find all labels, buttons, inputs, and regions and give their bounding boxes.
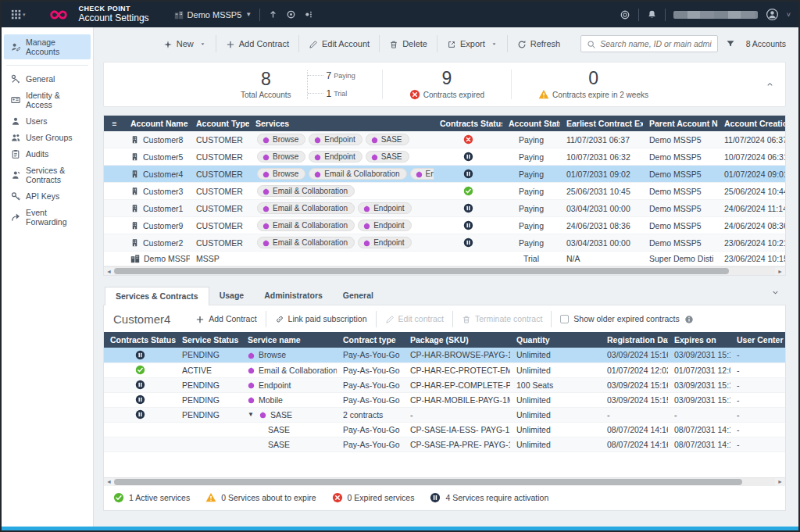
sidebar-item-user-groups[interactable]: User Groups [4, 130, 91, 145]
expires-on-cell: 03/09/2031 15:16 [668, 348, 730, 362]
sidebar-item-label: User Groups [26, 133, 73, 142]
sidebar-item-api-keys[interactable]: API Keys [4, 188, 91, 204]
tab-services-contracts[interactable]: Services & Contracts [105, 287, 209, 305]
filter-icon[interactable] [726, 39, 735, 48]
column-header-service-status[interactable]: Service Status [176, 332, 241, 348]
tab-administrators[interactable]: Administrators [254, 287, 333, 305]
refresh-button[interactable]: Refresh [507, 35, 570, 52]
expand-caret-icon[interactable]: ▼ [248, 411, 254, 418]
column-header-account-type[interactable]: Account Type [190, 116, 249, 131]
user-menu-caret-icon[interactable]: ˅ [787, 11, 791, 19]
parent-account-cell: Demo MSSP5 [643, 183, 718, 200]
legend-text: 0 Services about to expire [221, 493, 316, 502]
account-row-customer3[interactable]: Customer3CUSTOMEREmail & CollaborationPa… [104, 183, 785, 200]
column-header-contracts-status[interactable]: Contracts Status [434, 116, 502, 131]
contract-row-email-collaboration[interactable]: ACTIVEEmail & CollaborationPay-As-You-Go… [104, 362, 785, 377]
scroll-left-arrow-icon[interactable]: ◄ [104, 267, 114, 276]
show-older-expired-contracts-checkbox[interactable] [560, 315, 569, 323]
contract-row-mobile[interactable]: PENDINGMobilePay-As-You-GoCP-HAR-MOBILE-… [104, 392, 785, 407]
account-row-customer9[interactable]: Customer9CUSTOMEREmail & CollaborationEn… [104, 217, 785, 234]
account-row-demo-mssp5[interactable]: Demo MSSP5MSSPTrialN/ASuper Demo Disti23… [104, 252, 785, 266]
upload-icon[interactable] [268, 9, 278, 20]
edit-account-button[interactable]: Edit Account [298, 35, 379, 52]
scroll-right-arrow-icon[interactable]: ► [775, 267, 785, 276]
scrollbar-thumb[interactable] [114, 268, 729, 274]
creation-date-cell: 01/07/2024 09:01 [718, 166, 785, 183]
service-status-cell: ACTIVE [176, 362, 241, 377]
column-header-parent-account-name[interactable]: Parent Account Name [643, 116, 718, 131]
service-icon [248, 395, 255, 405]
contract-row-sase[interactable]: PENDING▼SASE2 contracts-Unlimited--- [104, 407, 785, 422]
column-header-account-name[interactable]: Account Name [124, 116, 190, 131]
settings-icon[interactable] [286, 9, 296, 20]
info-icon[interactable] [684, 314, 694, 324]
link-paid-subscription-button[interactable]: Link paid subscription [266, 311, 376, 327]
sidebar-item-manage-accounts[interactable]: Manage Accounts [4, 34, 91, 59]
contract-row-browse[interactable]: PENDINGBrowsePay-As-You-GoCP-HAR-BROWSE-… [104, 348, 785, 362]
buildings-icon [174, 9, 184, 20]
tab-general[interactable]: General [333, 287, 384, 305]
contracts-status-cell [434, 183, 502, 200]
export-button[interactable]: Export [437, 35, 507, 52]
search-input[interactable] [600, 39, 712, 48]
column-header-account-creation-date[interactable]: Account Creation Date [718, 116, 785, 131]
account-selector[interactable]: Demo MSSP5 ▼ [174, 9, 252, 20]
add-contract-button[interactable]: Add Contract [187, 311, 265, 327]
creation-date-cell: 24/06/2024 08:36 [718, 217, 785, 234]
column-header-expires-on[interactable]: Expires on [668, 332, 730, 348]
services-status-legend: 1 Active services0 Services about to exp… [104, 486, 785, 510]
sidebar-item-services-contracts[interactable]: Services & Contracts [4, 162, 91, 187]
scroll-left-arrow-icon[interactable]: ◄ [104, 477, 114, 486]
user-avatar-icon[interactable] [766, 8, 779, 21]
delete-button[interactable]: Delete [379, 35, 437, 52]
sidebar-item-users[interactable]: Users [4, 113, 91, 129]
column-header-service-name[interactable]: Service name [241, 332, 337, 348]
account-row-customer4[interactable]: Customer4CUSTOMERBrowseEmail & Collabora… [104, 166, 785, 183]
account-row-customer2[interactable]: Customer2CUSTOMEREmail & CollaborationEn… [104, 234, 785, 252]
service-status-cell [176, 422, 241, 437]
creation-date-cell: 25/06/2024 10:44 [718, 183, 785, 200]
scrollbar-thumb[interactable] [114, 479, 742, 485]
column-header-services[interactable]: Services [249, 116, 434, 131]
account-row-customer8[interactable]: Customer8CUSTOMERBrowseEndpointSASEPayin… [104, 131, 785, 148]
add-contract-button[interactable]: Add Contract [216, 35, 298, 52]
column-header-account-status[interactable]: Account Status [502, 116, 560, 131]
service-chip: Email & Collaboration [257, 220, 355, 231]
collapse-summary-chevron-icon[interactable] [766, 80, 774, 89]
sidebar-item-identity-access[interactable]: Identity & Access [4, 87, 91, 112]
column-header-registration-date[interactable]: Registration Date [601, 332, 668, 348]
quick-actions-icon[interactable] [304, 9, 314, 20]
table-menu-icon[interactable]: ≡ [104, 116, 124, 131]
sidebar-item-audits[interactable]: Audits [4, 146, 91, 162]
tab-usage[interactable]: Usage [209, 287, 255, 305]
contracts-status-cell [104, 392, 176, 407]
collapse-panel-chevron-icon[interactable] [771, 288, 780, 297]
table-header-row: ≡Account NameAccount TypeServicesContrac… [104, 116, 785, 131]
new-button[interactable]: New [154, 35, 216, 52]
column-header-contracts-status[interactable]: Contracts Status [104, 332, 176, 348]
account-row-customer1[interactable]: Customer1CUSTOMEREmail & CollaborationEn… [104, 200, 785, 217]
sidebar-item-general[interactable]: General [4, 71, 91, 87]
divider [259, 9, 260, 21]
edit-contract-button: Edit contract [376, 311, 452, 327]
column-header-contract-type[interactable]: Contract type [337, 332, 404, 348]
divider [382, 70, 383, 99]
column-header-package-sku-[interactable]: Package (SKU) [404, 332, 510, 348]
contract-type-cell: Pay-As-You-Go [337, 392, 404, 407]
bottom-accent-bar [2, 527, 798, 530]
app-launcher-icon[interactable]: ▾ [11, 8, 26, 22]
horizontal-scrollbar[interactable]: ◄ ► [104, 266, 785, 275]
sidebar-item-event-forwarding[interactable]: Event Forwarding [4, 205, 91, 230]
column-header-user-center-id[interactable]: User Center ID [730, 332, 785, 348]
help-icon[interactable] [620, 9, 630, 20]
notifications-bell-icon[interactable] [647, 9, 657, 20]
account-row-customer5[interactable]: Customer5CUSTOMERBrowseEndpointSASEPayin… [104, 148, 785, 166]
column-header-quantity[interactable]: Quantity [510, 332, 601, 348]
contract-row-sase[interactable]: SASEPay-As-You-GoCP-SASE-PA-PRE- PAYG-1M… [104, 437, 785, 452]
scroll-right-arrow-icon[interactable]: ► [775, 477, 785, 486]
horizontal-scrollbar[interactable]: ◄ ► [104, 477, 785, 486]
button-label: Terminate contract [475, 314, 542, 323]
column-header-earliest-contract-expiry[interactable]: Earliest Contract Expiry [560, 116, 643, 131]
contract-row-sase[interactable]: SASEPay-As-You-GoCP-SASE-IA-ESS- PAYG-1M… [104, 422, 785, 437]
contract-row-endpoint[interactable]: PENDINGEndpointPay-As-You-GoCP-HAR-EP-CO… [104, 377, 785, 392]
